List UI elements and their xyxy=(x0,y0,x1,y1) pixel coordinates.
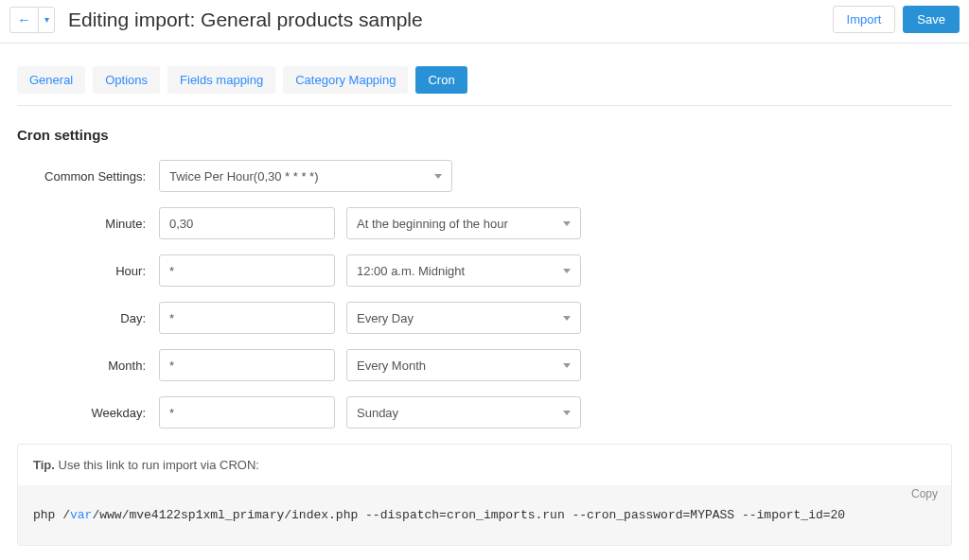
select-value: Every Month xyxy=(357,359,426,373)
page-header: ← ▾ Editing import: General products sam… xyxy=(0,0,969,44)
input-weekday[interactable] xyxy=(159,396,335,429)
row-common-settings: Common Settings: Twice Per Hour(0,30 * *… xyxy=(17,160,952,192)
input-month[interactable] xyxy=(159,349,335,381)
tip-bold: Tip. xyxy=(33,458,55,472)
select-month[interactable]: Every Month xyxy=(346,349,581,381)
input-day[interactable] xyxy=(159,302,335,334)
cron-command: php /var/www/mve4122sp1xml_primary/index… xyxy=(18,485,951,545)
back-dropdown-button[interactable]: ▾ xyxy=(38,7,55,33)
tab-separator xyxy=(17,105,952,106)
label-month: Month: xyxy=(17,359,159,373)
tip-text: Use this link to run import via CRON: xyxy=(55,458,259,472)
arrow-left-icon: ← xyxy=(17,11,31,27)
input-minute[interactable] xyxy=(159,207,335,239)
page-title: Editing import: General products sample xyxy=(68,9,833,31)
content-area: General Options Fields mapping Category … xyxy=(0,44,969,560)
label-weekday: Weekday: xyxy=(17,406,159,420)
section-heading: Cron settings xyxy=(17,127,952,143)
cron-command-wrap: Copy php /var/www/mve4122sp1xml_primary/… xyxy=(18,485,951,545)
select-hour[interactable]: 12:00 a.m. Midnight xyxy=(346,254,581,287)
tab-fields-mapping[interactable]: Fields mapping xyxy=(167,66,275,94)
tab-cron[interactable]: Cron xyxy=(415,66,467,94)
save-button[interactable]: Save xyxy=(903,6,960,33)
select-common-settings[interactable]: Twice Per Hour(0,30 * * * *) xyxy=(159,160,452,192)
label-common-settings: Common Settings: xyxy=(17,169,159,184)
select-value: 12:00 a.m. Midnight xyxy=(357,264,465,278)
tab-options[interactable]: Options xyxy=(93,66,160,94)
tip-box: Tip. Use this link to run import via CRO… xyxy=(17,444,952,546)
tab-bar: General Options Fields mapping Category … xyxy=(17,66,952,94)
tip-text-line: Tip. Use this link to run import via CRO… xyxy=(33,458,936,472)
select-weekday[interactable]: Sunday xyxy=(346,396,581,429)
tab-category-mapping[interactable]: Category Mapping xyxy=(283,66,408,94)
back-button-group: ← ▾ xyxy=(9,7,55,33)
header-actions: Import Save xyxy=(833,6,960,33)
back-button[interactable]: ← xyxy=(9,7,38,33)
select-day[interactable]: Every Day xyxy=(346,302,581,334)
input-hour[interactable] xyxy=(159,254,335,287)
caret-down-icon: ▾ xyxy=(44,14,49,25)
label-hour: Hour: xyxy=(17,264,159,278)
label-minute: Minute: xyxy=(17,217,159,231)
row-month: Month: Every Month xyxy=(17,349,952,381)
select-value: Sunday xyxy=(357,406,398,420)
select-value: Every Day xyxy=(357,311,414,325)
row-day: Day: Every Day xyxy=(17,302,952,334)
cron-post: /www/mve4122sp1xml_primary/index.php --d… xyxy=(92,508,845,522)
cron-pre: php / xyxy=(33,508,70,522)
row-minute: Minute: At the beginning of the hour xyxy=(17,207,952,239)
select-value: Twice Per Hour(0,30 * * * *) xyxy=(169,169,319,184)
label-day: Day: xyxy=(17,311,159,325)
cron-var: var xyxy=(70,508,92,522)
tab-general[interactable]: General xyxy=(17,66,85,94)
select-value: At the beginning of the hour xyxy=(357,217,508,231)
select-minute[interactable]: At the beginning of the hour xyxy=(346,207,581,239)
row-hour: Hour: 12:00 a.m. Midnight xyxy=(17,254,952,287)
copy-link[interactable]: Copy xyxy=(911,487,938,500)
import-button[interactable]: Import xyxy=(833,6,896,33)
row-weekday: Weekday: Sunday xyxy=(17,396,952,429)
